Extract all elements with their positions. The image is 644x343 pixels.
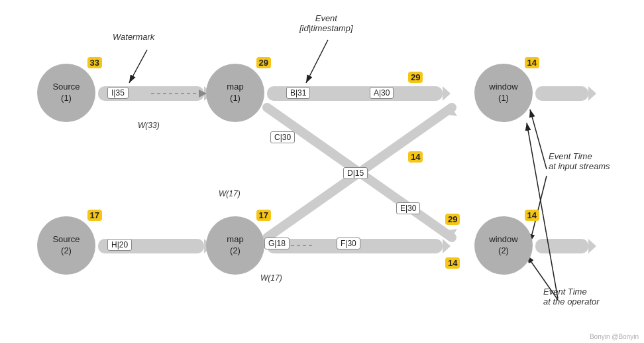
event-I35: I|35 bbox=[107, 87, 129, 99]
event-time-input-label: Event Timeat input streams bbox=[549, 151, 610, 171]
event-H20: H|20 bbox=[107, 239, 132, 251]
event-E30: E|30 bbox=[396, 202, 420, 214]
window2-badge: 14 bbox=[525, 210, 539, 221]
map1-node: map(1) 29 bbox=[206, 64, 264, 122]
diagram: Source(1) 33 map(1) 29 window(1) 14 Sour… bbox=[0, 0, 644, 343]
svg-rect-13 bbox=[535, 239, 588, 253]
source1-node: Source(1) 33 bbox=[37, 64, 95, 122]
map2-label: map(2) bbox=[227, 234, 243, 257]
svg-marker-18 bbox=[444, 107, 457, 116]
map1-label: map(1) bbox=[227, 82, 243, 104]
credit-text: Bonyin @Bonyin bbox=[590, 333, 639, 340]
svg-line-25 bbox=[530, 176, 547, 242]
w33-label: W(33) bbox=[138, 121, 160, 130]
event-D15: D|15 bbox=[343, 167, 368, 179]
badge-29-top: 29 bbox=[408, 72, 423, 83]
svg-marker-16 bbox=[444, 229, 457, 238]
event-label: Event[id|timestamp] bbox=[299, 13, 353, 33]
event-F30: F|30 bbox=[337, 238, 360, 249]
map2-badge: 17 bbox=[256, 210, 271, 221]
event-G18: G|18 bbox=[264, 238, 290, 249]
badge-14-mid: 14 bbox=[408, 151, 423, 163]
svg-marker-8 bbox=[588, 86, 596, 101]
map2-node: map(2) 17 bbox=[206, 216, 264, 275]
svg-line-23 bbox=[306, 40, 328, 83]
watermark-label: Watermark bbox=[113, 32, 154, 42]
event-time-operator-label: Event Timeat the operator bbox=[543, 287, 600, 307]
svg-line-24 bbox=[530, 109, 547, 169]
event-C30: C|30 bbox=[270, 131, 295, 143]
badge-29-bot: 29 bbox=[445, 214, 460, 225]
svg-marker-6 bbox=[443, 86, 451, 101]
badge-14-bot: 14 bbox=[445, 257, 460, 269]
window1-label: window(1) bbox=[489, 82, 517, 104]
map1-badge: 29 bbox=[256, 57, 271, 68]
window1-badge: 14 bbox=[525, 57, 539, 68]
source2-badge: 17 bbox=[87, 210, 102, 221]
svg-marker-12 bbox=[443, 239, 451, 253]
event-A30: A|30 bbox=[370, 87, 394, 99]
source1-label: Source(1) bbox=[52, 82, 80, 104]
w17-label-top: W(17) bbox=[219, 189, 241, 198]
w17-label-bot: W(17) bbox=[260, 273, 282, 283]
source2-label: Source(2) bbox=[52, 234, 80, 257]
window2-label: window(2) bbox=[489, 234, 517, 257]
svg-marker-14 bbox=[588, 239, 596, 253]
svg-line-19 bbox=[129, 50, 147, 83]
source2-node: Source(2) 17 bbox=[37, 216, 95, 275]
event-B31: B|31 bbox=[286, 87, 310, 99]
window1-node: window(1) 14 bbox=[474, 64, 533, 122]
source1-badge: 33 bbox=[87, 57, 102, 68]
window2-node: window(2) 14 bbox=[474, 216, 533, 275]
svg-rect-7 bbox=[535, 86, 588, 101]
